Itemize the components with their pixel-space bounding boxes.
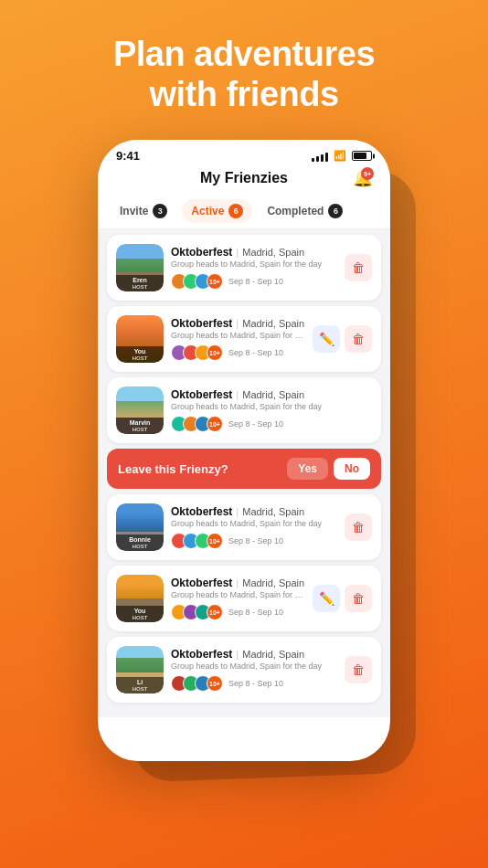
- delete-button[interactable]: 🗑: [345, 656, 372, 683]
- event-name: Oktoberfest: [171, 317, 232, 330]
- avatar-stack: 10+: [171, 344, 223, 361]
- status-bar: 9:41 📶: [98, 140, 390, 166]
- list-item: MarvinHOST Oktoberfest | Madrid, Spain G…: [107, 377, 381, 443]
- tab-active[interactable]: Active 6: [182, 199, 252, 223]
- host-tag: LiHOST: [116, 677, 164, 693]
- headline: Plan adventures with friends: [86, 35, 402, 114]
- card-actions: ✏️ 🗑: [313, 585, 372, 612]
- avatar-stack: 10+: [171, 533, 223, 549]
- event-name: Oktoberfest: [171, 505, 232, 518]
- tab-bar: Invite 3 Active 6 Completed 6: [98, 194, 390, 229]
- card-actions: 🗑: [345, 513, 372, 541]
- event-desc: Group heads to Madrid, Spain for the day: [171, 402, 365, 411]
- wifi-icon: 📶: [334, 150, 346, 162]
- status-icons: 📶: [312, 150, 372, 162]
- phone-frame: 9:41 📶 My Frienzies 🔔 9+: [98, 140, 390, 761]
- card-info: Oktoberfest | Madrid, Spain Group heads …: [171, 577, 305, 620]
- signal-bars-icon: [312, 151, 328, 162]
- avatar-more: 10+: [207, 416, 223, 432]
- card-image: BonnieHOST: [116, 503, 164, 551]
- list-item: LiHOST Oktoberfest | Madrid, Spain Group…: [107, 637, 381, 703]
- event-dates: Sep 8 - Sep 10: [228, 679, 283, 688]
- event-dates: Sep 8 - Sep 10: [228, 348, 283, 357]
- card-image: LiHOST: [116, 646, 164, 693]
- card-image: ErenHOST: [116, 244, 164, 291]
- avatar-stack: 10+: [171, 675, 223, 692]
- tab-completed-badge: 6: [328, 204, 343, 218]
- delete-button[interactable]: 🗑: [345, 325, 372, 353]
- host-tag: YouHOST: [116, 346, 164, 363]
- card-info: Oktoberfest | Madrid, Spain Group heads …: [171, 388, 365, 432]
- event-dates: Sep 8 - Sep 10: [228, 277, 283, 286]
- list-item: BonnieHOST Oktoberfest | Madrid, Spain G…: [107, 494, 381, 560]
- host-tag: ErenHOST: [116, 275, 164, 291]
- leave-yes-button[interactable]: Yes: [287, 458, 328, 480]
- list-item: YouHOST Oktoberfest | Madrid, Spain Grou…: [107, 566, 381, 631]
- card-info: Oktoberfest | Madrid, Spain Group heads …: [171, 648, 337, 692]
- event-name: Oktoberfest: [171, 388, 232, 401]
- event-name: Oktoberfest: [171, 648, 232, 661]
- list-item: YouHOST Oktoberfest | Madrid, Spain Grou…: [107, 306, 381, 372]
- card-image: MarvinHOST: [116, 386, 164, 434]
- app-header: My Frienzies 🔔 9+: [98, 166, 390, 194]
- avatar-more: 10+: [207, 344, 223, 361]
- event-desc: Group heads to Madrid, Spain for the day: [171, 590, 305, 599]
- status-time: 9:41: [116, 149, 140, 163]
- cards-list: ErenHOST Oktoberfest | Madrid, Spain Gro…: [98, 229, 390, 717]
- card-info: Oktoberfest | Madrid, Spain Group heads …: [171, 505, 337, 549]
- avatar-stack: 10+: [171, 604, 223, 620]
- event-desc: Group heads to Madrid, Spain for the day: [171, 519, 337, 528]
- card-actions: 🗑: [345, 656, 372, 683]
- event-location: Madrid, Spain: [242, 577, 304, 588]
- event-location: Madrid, Spain: [242, 318, 304, 329]
- leave-buttons: Yes No: [287, 458, 370, 480]
- event-dates: Sep 8 - Sep 10: [228, 536, 283, 545]
- event-dates: Sep 8 - Sep 10: [228, 419, 283, 429]
- event-desc: Group heads to Madrid, Spain for the day: [171, 259, 337, 269]
- leave-no-button[interactable]: No: [334, 458, 370, 480]
- tab-invite-label: Invite: [120, 205, 148, 217]
- event-location: Madrid, Spain: [242, 389, 304, 400]
- app-title: My Frienzies: [200, 170, 288, 186]
- leave-banner-text: Leave this Frienzy?: [118, 462, 228, 476]
- headline-line1: Plan adventures: [113, 35, 375, 75]
- card-image: YouHOST: [116, 315, 164, 363]
- battery-icon: [352, 151, 372, 161]
- card-image: YouHOST: [116, 575, 164, 622]
- delete-button[interactable]: 🗑: [345, 513, 372, 541]
- avatar-more: 10+: [207, 675, 223, 692]
- event-desc: Group heads to Madrid, Spain for the day: [171, 331, 305, 340]
- avatar-more: 10+: [207, 604, 223, 620]
- event-location: Madrid, Spain: [242, 247, 304, 258]
- event-desc: Group heads to Madrid, Spain for the day: [171, 662, 337, 671]
- delete-button[interactable]: 🗑: [345, 585, 372, 612]
- event-location: Madrid, Spain: [242, 506, 304, 517]
- edit-button[interactable]: ✏️: [313, 325, 340, 353]
- event-name: Oktoberfest: [171, 246, 232, 259]
- tab-completed[interactable]: Completed 6: [258, 199, 352, 223]
- avatar-more: 10+: [207, 273, 223, 290]
- avatar-more: 10+: [207, 533, 223, 549]
- card-actions: 🗑: [345, 254, 372, 281]
- delete-button[interactable]: 🗑: [345, 254, 372, 281]
- event-dates: Sep 8 - Sep 10: [228, 608, 283, 617]
- tab-invite[interactable]: Invite 3: [111, 199, 176, 223]
- notification-bell[interactable]: 🔔 9+: [350, 165, 376, 191]
- leave-banner: Leave this Frienzy? Yes No: [107, 449, 381, 489]
- avatar-stack: 10+: [171, 273, 223, 290]
- card-info: Oktoberfest | Madrid, Spain Group heads …: [171, 317, 305, 361]
- host-tag: MarvinHOST: [116, 418, 164, 434]
- card-info: Oktoberfest | Madrid, Spain Group heads …: [171, 246, 337, 290]
- edit-button[interactable]: ✏️: [313, 585, 340, 612]
- card-actions: ✏️ 🗑: [313, 325, 372, 353]
- avatar-stack: 10+: [171, 416, 223, 432]
- tab-active-label: Active: [191, 205, 224, 217]
- host-tag: YouHOST: [116, 606, 164, 622]
- tab-invite-badge: 3: [153, 204, 167, 218]
- event-name: Oktoberfest: [171, 577, 232, 589]
- event-location: Madrid, Spain: [242, 649, 304, 660]
- tab-active-badge: 6: [228, 204, 243, 218]
- headline-line2: with friends: [113, 75, 375, 115]
- list-item: ErenHOST Oktoberfest | Madrid, Spain Gro…: [107, 235, 381, 301]
- tab-completed-label: Completed: [267, 205, 324, 217]
